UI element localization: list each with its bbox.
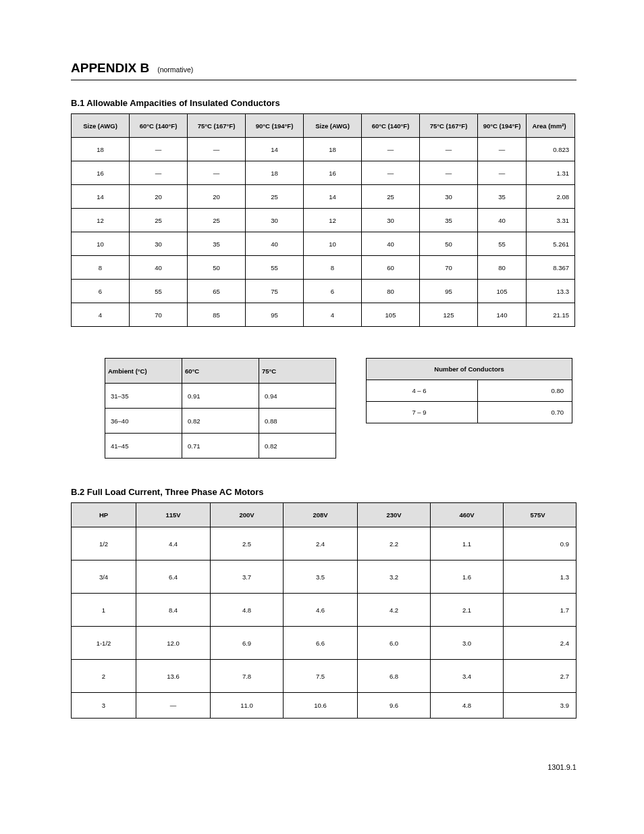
table-row: 3/46.43.73.53.21.61.3 bbox=[72, 561, 576, 594]
col-header: 60°C bbox=[182, 359, 259, 384]
page-title: APPENDIX B bbox=[71, 61, 149, 76]
table-header-row: Ambient (°C) 60°C 75°C bbox=[105, 359, 336, 384]
table-row: 3—11.010.69.64.83.9 bbox=[72, 693, 576, 719]
footer-code: 1301.9.1 bbox=[71, 763, 576, 771]
col-header: Size (AWG) bbox=[72, 114, 130, 138]
col-header: 575V bbox=[504, 503, 576, 527]
section-3-title: B.2 Full Load Current, Three Phase AC Mo… bbox=[71, 487, 576, 497]
table-header-row: HP 115V 200V 208V 230V 460V 575V bbox=[72, 503, 576, 527]
table-header-row: Number of Conductors bbox=[367, 359, 572, 380]
table-row: 41–450.710.82 bbox=[105, 434, 336, 459]
col-header: 208V bbox=[284, 503, 358, 527]
table-row: 1/24.42.52.42.21.10.9 bbox=[72, 527, 576, 561]
col-header: 90°C (194°F) bbox=[246, 114, 304, 138]
motor-current-table: HP 115V 200V 208V 230V 460V 575V 1/24.42… bbox=[71, 502, 576, 719]
col-header: 200V bbox=[211, 503, 284, 527]
table-row: 10303540104050555.261 bbox=[72, 232, 575, 256]
table-row: 18.44.84.64.22.11.7 bbox=[72, 594, 576, 627]
col-header: 75°C bbox=[259, 359, 336, 384]
table-row: 7 – 90.70 bbox=[367, 402, 572, 423]
temperature-correction-table: Ambient (°C) 60°C 75°C 31–350.910.94 36–… bbox=[105, 358, 336, 459]
col-header: 115V bbox=[136, 503, 211, 527]
table-row: 31–350.910.94 bbox=[105, 384, 336, 409]
col-header: 460V bbox=[431, 503, 504, 527]
col-header: Size (AWG) bbox=[304, 114, 362, 138]
table-row: 12252530123035403.31 bbox=[72, 209, 575, 232]
col-header: Ambient (°C) bbox=[105, 359, 182, 384]
table-row: 4 – 60.80 bbox=[367, 380, 572, 402]
conductor-count-table: Number of Conductors 4 – 60.80 7 – 90.70 bbox=[366, 358, 572, 423]
page-subtitle: (normative) bbox=[157, 66, 193, 74]
col-header: 60°C (140°F) bbox=[130, 114, 188, 138]
table-row: 4708595410512514021.15 bbox=[72, 303, 575, 327]
col-header: Number of Conductors bbox=[367, 359, 572, 380]
ampacity-table: Size (AWG) 60°C (140°F) 75°C (167°F) 90°… bbox=[71, 113, 575, 327]
col-header: 230V bbox=[358, 503, 431, 527]
col-header: 60°C (140°F) bbox=[362, 114, 420, 138]
table-row: 14202025142530352.08 bbox=[72, 185, 575, 209]
table-row: 840505586070808.367 bbox=[72, 256, 575, 280]
table-row: 65565756809510513.3 bbox=[72, 280, 575, 303]
table-row: 16——1816———1.31 bbox=[72, 161, 575, 185]
col-header: HP bbox=[72, 503, 136, 527]
table-row: 213.67.87.56.83.42.7 bbox=[72, 660, 576, 693]
section-1-title: B.1 Allowable Ampacities of Insulated Co… bbox=[71, 98, 576, 108]
table-row: 36–400.820.88 bbox=[105, 409, 336, 434]
table-row: 1-1/212.06.96.66.03.02.4 bbox=[72, 627, 576, 660]
table-header-row: Size (AWG) 60°C (140°F) 75°C (167°F) 90°… bbox=[72, 114, 575, 138]
col-header: 90°C (194°F) bbox=[478, 114, 527, 138]
col-header: Area (mm²) bbox=[527, 114, 575, 138]
header-rule bbox=[71, 80, 576, 80]
table-row: 18——1418———0.823 bbox=[72, 138, 575, 161]
col-header: 75°C (167°F) bbox=[188, 114, 246, 138]
col-header: 75°C (167°F) bbox=[420, 114, 478, 138]
